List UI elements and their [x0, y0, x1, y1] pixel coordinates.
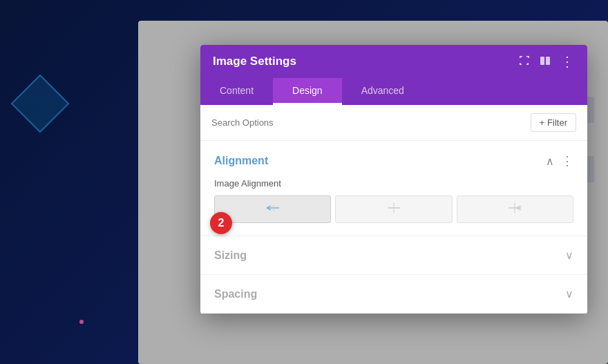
filter-plus-icon: + [540, 117, 545, 128]
svg-rect-0 [540, 57, 544, 65]
tab-design[interactable]: Design [273, 78, 342, 105]
alignment-section-title: Alignment [214, 155, 268, 167]
step-badge-number: 2 [218, 217, 225, 229]
image-settings-modal: Image Settings ⋮ Content Design Advanced [200, 45, 587, 314]
filter-button[interactable]: + Filter [531, 113, 576, 132]
fullscreen-icon[interactable] [519, 55, 530, 68]
split-view-icon[interactable] [540, 55, 551, 68]
alignment-collapse-icon[interactable] [546, 155, 554, 168]
filter-label: Filter [547, 117, 567, 128]
spacing-section: Spacing [200, 275, 587, 314]
search-input[interactable] [211, 117, 525, 128]
alignment-menu-icon[interactable]: ⋮ [561, 153, 573, 169]
tab-advanced[interactable]: Advanced [342, 78, 424, 105]
tab-content[interactable]: Content [200, 78, 273, 105]
sizing-expand-icon[interactable] [565, 249, 573, 262]
more-options-icon[interactable]: ⋮ [560, 55, 575, 68]
step-badge: 2 [210, 212, 232, 234]
sizing-section-title: Sizing [214, 249, 247, 262]
sizing-section: Sizing [200, 236, 587, 275]
image-alignment-label: Image Alignment [214, 178, 573, 189]
search-bar: + Filter [200, 105, 587, 141]
alignment-section-controls: ⋮ [546, 153, 573, 169]
modal-header: Image Settings ⋮ [200, 45, 587, 78]
alignment-section-header: Alignment ⋮ [214, 153, 573, 169]
spacing-expand-icon[interactable] [565, 287, 573, 300]
alignment-options [214, 195, 573, 223]
align-left-icon [265, 202, 281, 217]
modal-body: Alignment ⋮ Image Alignment [200, 141, 587, 314]
align-center-button[interactable] [335, 195, 452, 223]
align-center-icon [386, 202, 401, 217]
align-left-button[interactable] [214, 195, 331, 223]
align-right-button[interactable] [457, 195, 573, 223]
alignment-section: Alignment ⋮ Image Alignment [200, 141, 587, 236]
align-right-icon [507, 202, 522, 217]
modal-tabs: Content Design Advanced [200, 78, 587, 105]
svg-rect-1 [546, 57, 550, 65]
modal-title: Image Settings [213, 55, 519, 68]
modal-header-icons: ⋮ [519, 55, 575, 68]
spacing-section-title: Spacing [214, 288, 257, 300]
